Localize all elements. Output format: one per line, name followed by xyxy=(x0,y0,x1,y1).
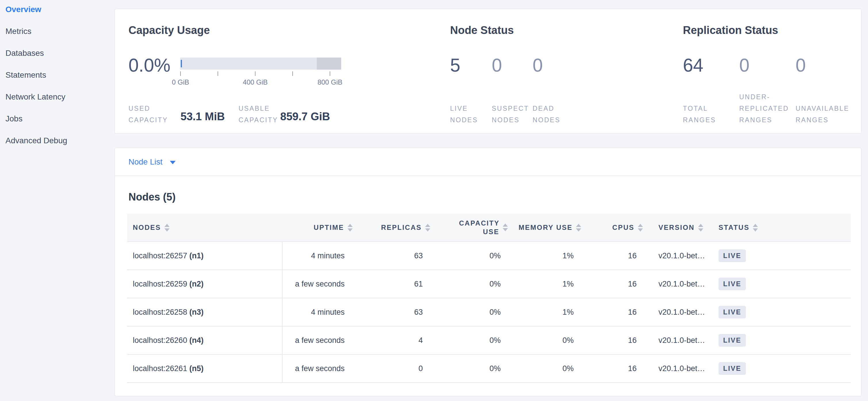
node-id: (n5) xyxy=(189,364,204,373)
column-header-memory-use[interactable]: MEMORY USE xyxy=(511,213,584,241)
node-address-cell: localhost:26259 (n2) xyxy=(127,270,282,298)
sidebar-item-metrics[interactable]: Metrics xyxy=(5,27,114,36)
column-header-label: CPUS xyxy=(612,224,634,232)
cpus-cell: 16 xyxy=(584,270,646,298)
suspect-nodes-value: 0 xyxy=(492,55,502,75)
replicas-cell: 63 xyxy=(355,241,433,270)
suspect-nodes-label: SUSPECT NODES xyxy=(492,103,531,126)
sort-icon xyxy=(347,224,353,232)
memory-use-cell: 0% xyxy=(511,326,584,354)
column-header-label: MEMORY USE xyxy=(519,224,572,232)
sidebar-item-overview[interactable]: Overview xyxy=(5,5,114,14)
main-content: Capacity Usage 0.0% 0 GiB 400 GiB 800 Gi… xyxy=(114,0,868,401)
capacity-axis-tick xyxy=(255,71,255,76)
capacity-axis-tick xyxy=(292,71,293,76)
dead-nodes-label: DEAD NODES xyxy=(533,103,564,126)
total-ranges-value: 64 xyxy=(683,55,703,75)
node-list-dropdown-label: Node List xyxy=(128,157,162,167)
table-row[interactable]: localhost:26260 (n4) a few seconds 4 0% … xyxy=(127,326,851,354)
version-cell: v20.1.0-bet… xyxy=(646,326,711,354)
memory-use-cell: 1% xyxy=(511,241,584,270)
node-id: (n1) xyxy=(189,251,204,260)
table-header-row: NODES UPTIME REPLICAS CAPACITY USE MEMOR xyxy=(127,213,851,241)
column-header-label: STATUS xyxy=(718,224,749,232)
replicas-cell: 63 xyxy=(355,298,433,326)
page: Overview Metrics Databases Statements Ne… xyxy=(0,0,868,401)
sidebar: Overview Metrics Databases Statements Ne… xyxy=(0,0,114,401)
sidebar-item-advanced-debug[interactable]: Advanced Debug xyxy=(5,136,114,145)
column-header-label: NODES xyxy=(133,224,161,232)
node-address-cell: localhost:26258 (n3) xyxy=(127,298,282,326)
sidebar-item-databases[interactable]: Databases xyxy=(5,49,114,58)
capacity-bar-used-tick xyxy=(181,60,182,67)
capacity-usage-title: Capacity Usage xyxy=(128,24,210,36)
live-nodes-label: LIVE NODES xyxy=(450,103,482,126)
node-id: (n2) xyxy=(189,280,204,288)
status-cell: LIVE xyxy=(711,241,851,270)
replicas-cell: 0 xyxy=(355,354,433,382)
used-capacity-value: 53.1 MiB xyxy=(181,111,225,123)
column-header-capacity-use[interactable]: CAPACITY USE xyxy=(433,213,511,241)
cpus-cell: 16 xyxy=(584,354,646,382)
usable-capacity-value: 859.7 GiB xyxy=(280,111,330,123)
sidebar-item-statements[interactable]: Statements xyxy=(5,71,114,79)
unavailable-ranges-label: UNAVAILABLE RANGES xyxy=(796,103,859,126)
capacity-axis-label-800: 800 GiB xyxy=(318,78,343,86)
node-status-title: Node Status xyxy=(450,24,514,36)
node-address: localhost:26261 xyxy=(133,364,187,373)
total-ranges-label: TOTAL RANGES xyxy=(683,103,719,126)
replicas-cell: 61 xyxy=(355,270,433,298)
table-row[interactable]: localhost:26259 (n2) a few seconds 61 0%… xyxy=(127,270,851,298)
uptime-cell: 4 minutes xyxy=(282,241,355,270)
sidebar-item-network-latency[interactable]: Network Latency xyxy=(5,93,114,101)
capacity-axis-tick xyxy=(330,71,330,76)
chevron-down-icon xyxy=(170,161,176,164)
node-list-dropdown[interactable]: Node List xyxy=(128,157,176,167)
capacity-bar xyxy=(180,58,341,69)
column-header-uptime[interactable]: UPTIME xyxy=(282,213,355,241)
node-address-cell: localhost:26261 (n5) xyxy=(127,354,282,382)
under-replicated-ranges-label: UNDER-REPLICATED RANGES xyxy=(739,91,794,126)
column-header-version[interactable]: VERSION xyxy=(646,213,711,241)
status-cell: LIVE xyxy=(711,326,851,354)
node-address: localhost:26260 xyxy=(133,336,187,345)
capacity-axis-label-400: 400 GiB xyxy=(243,78,268,86)
status-badge: LIVE xyxy=(718,278,746,290)
column-header-status[interactable]: STATUS xyxy=(711,213,851,241)
uptime-cell: a few seconds xyxy=(282,326,355,354)
replication-status-title: Replication Status xyxy=(683,24,778,36)
uptime-cell: 4 minutes xyxy=(282,298,355,326)
column-header-label: UPTIME xyxy=(314,224,344,232)
capacity-use-cell: 0% xyxy=(433,326,511,354)
capacity-axis-label-0: 0 GiB xyxy=(172,78,189,86)
memory-use-cell: 0% xyxy=(511,354,584,382)
dead-nodes-value: 0 xyxy=(533,55,543,75)
column-header-replicas[interactable]: REPLICAS xyxy=(355,213,433,241)
sort-icon xyxy=(698,224,703,232)
sort-icon xyxy=(164,224,169,232)
memory-use-cell: 1% xyxy=(511,298,584,326)
status-badge: LIVE xyxy=(718,334,746,347)
table-row[interactable]: localhost:26261 (n5) a few seconds 0 0% … xyxy=(127,354,851,382)
capacity-used-percent: 0.0% xyxy=(128,55,170,75)
version-cell: v20.1.0-bet… xyxy=(646,354,711,382)
version-cell: v20.1.0-bet… xyxy=(646,241,711,270)
sidebar-item-jobs[interactable]: Jobs xyxy=(5,114,114,123)
column-header-cpus[interactable]: CPUS xyxy=(584,213,646,241)
node-address: localhost:26258 xyxy=(133,308,187,316)
sort-icon xyxy=(425,224,430,232)
table-row[interactable]: localhost:26258 (n3) 4 minutes 63 0% 1% … xyxy=(127,298,851,326)
capacity-use-cell: 0% xyxy=(433,298,511,326)
uptime-cell: a few seconds xyxy=(282,354,355,382)
column-header-nodes[interactable]: NODES xyxy=(127,213,282,241)
column-header-label: CAPACITY USE xyxy=(459,219,499,236)
unavailable-ranges-value: 0 xyxy=(796,55,806,75)
capacity-axis-tick xyxy=(218,71,218,76)
nodes-heading: Nodes (5) xyxy=(128,191,861,203)
usable-capacity-label: USABLE CAPACITY xyxy=(239,103,283,126)
under-replicated-ranges-value: 0 xyxy=(739,55,750,75)
node-address-cell: localhost:26257 (n1) xyxy=(127,241,282,270)
status-cell: LIVE xyxy=(711,298,851,326)
node-address: localhost:26259 xyxy=(133,280,187,288)
table-row[interactable]: localhost:26257 (n1) 4 minutes 63 0% 1% … xyxy=(127,241,851,270)
